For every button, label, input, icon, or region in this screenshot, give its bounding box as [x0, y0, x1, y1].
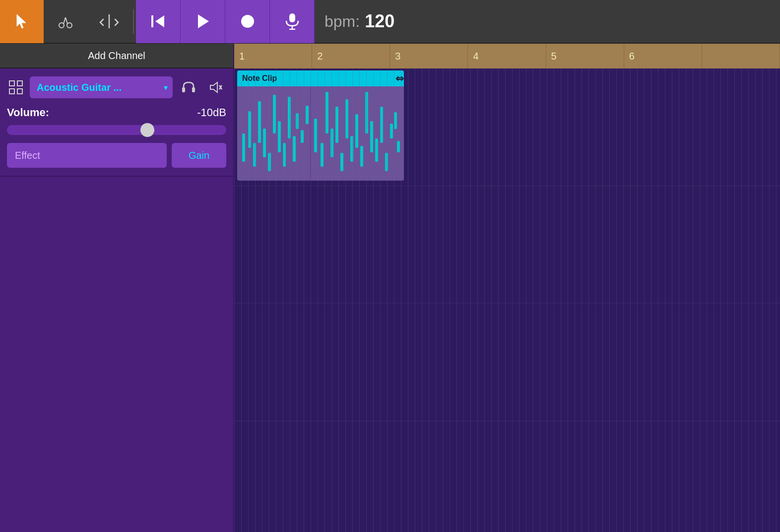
- beat-stripe: [776, 68, 777, 532]
- beat-stripe: [484, 68, 485, 532]
- beat-stripe: [311, 68, 311, 532]
- beat-stripe: [470, 68, 471, 532]
- svg-rect-14: [9, 89, 14, 94]
- effect-button[interactable]: Effect: [7, 143, 167, 168]
- volume-label: Volume:: [7, 106, 49, 119]
- note-bar: [330, 129, 333, 157]
- beat-stripe: [568, 68, 568, 532]
- mic-button[interactable]: [270, 0, 315, 43]
- note-bar: [278, 121, 281, 152]
- svg-rect-15: [17, 89, 22, 94]
- slider-thumb[interactable]: [140, 123, 154, 137]
- svg-line-2: [64, 17, 65, 24]
- beat-stripe: [700, 68, 700, 532]
- rewind-button[interactable]: [136, 0, 181, 43]
- tracks-area[interactable]: // Will be rendered via JS below Note Cl…: [234, 68, 780, 532]
- volume-slider[interactable]: [7, 125, 226, 135]
- beat-stripe: [734, 68, 735, 532]
- svg-marker-18: [210, 82, 217, 92]
- cursor-tool-button[interactable]: [0, 0, 44, 43]
- effect-row: Effect Gain: [7, 143, 226, 168]
- clip-resize-handle[interactable]: ⇔: [395, 70, 404, 86]
- bpm-value: 120: [365, 11, 394, 32]
- volume-value: -10dB: [197, 106, 226, 119]
- beat-stripe: [595, 68, 596, 532]
- note-bar: [375, 138, 378, 162]
- headphone-button[interactable]: [178, 76, 199, 98]
- beat-stripe: [540, 68, 540, 532]
- svg-rect-17: [192, 87, 195, 92]
- beat-stripe: [651, 68, 651, 532]
- beat-stripe: [325, 68, 325, 532]
- beat-stripe: [352, 68, 353, 532]
- scissors-tool-button[interactable]: [44, 0, 87, 43]
- svg-line-3: [65, 17, 67, 24]
- svg-rect-16: [182, 87, 185, 92]
- svg-point-8: [241, 15, 254, 28]
- record-button[interactable]: [225, 0, 270, 43]
- beat-stripe: [720, 68, 721, 532]
- beat-stripe: [602, 68, 603, 532]
- note-bar: [365, 92, 368, 133]
- beat-stripe: [582, 68, 582, 532]
- note-bar: [397, 141, 400, 152]
- svg-marker-6: [155, 15, 164, 27]
- beat-stripe: [575, 68, 575, 532]
- beat-stripe: [609, 68, 610, 532]
- ruler-mark-2: 2: [312, 44, 390, 68]
- beat-stripe: [387, 68, 388, 532]
- beat-stripe: [415, 68, 415, 532]
- beat-stripe: [408, 68, 408, 532]
- slider-fill: [7, 125, 156, 135]
- beat-stripe: [526, 68, 526, 532]
- beat-stripe: [269, 68, 269, 532]
- beat-stripe: [262, 68, 262, 532]
- channel-name-select[interactable]: Acoustic Guitar ...: [30, 76, 173, 98]
- channel-name-wrapper[interactable]: Acoustic Guitar ...: [30, 76, 173, 98]
- play-button[interactable]: [181, 0, 225, 43]
- beat-stripe: [512, 68, 513, 532]
- note-bar: [360, 146, 363, 167]
- beat-stripe: [505, 68, 506, 532]
- ruler-mark-end: [702, 44, 780, 68]
- beat-stripe: [255, 68, 256, 532]
- note-bar: [263, 129, 266, 157]
- add-channel-button[interactable]: Add Channel: [0, 44, 233, 68]
- split-tool-button[interactable]: [87, 0, 131, 43]
- beat-stripe: [755, 68, 756, 532]
- ruler-mark-1: 1: [234, 44, 312, 68]
- beat-stripe: [644, 68, 645, 532]
- gain-label: Gain: [189, 150, 209, 161]
- note-bar: [268, 153, 271, 171]
- note-bar: [325, 92, 328, 133]
- svg-rect-12: [9, 81, 14, 86]
- beat-stripe: [630, 68, 631, 532]
- toolbar: bpm: 120: [0, 0, 780, 44]
- beat-stripe: [394, 68, 394, 532]
- beat-stripe: [693, 68, 693, 532]
- beat-stripe: [588, 68, 589, 532]
- beat-stripe: [477, 68, 478, 532]
- beat-stripe: [686, 68, 686, 532]
- note-bar: [293, 136, 296, 162]
- beat-stripe: [422, 68, 422, 532]
- beat-stripe: [276, 68, 276, 532]
- note-bar: [321, 143, 324, 166]
- svg-rect-13: [17, 81, 22, 86]
- note-bar: [385, 153, 388, 171]
- beat-stripe: [533, 68, 533, 532]
- beat-stripe: [623, 68, 624, 532]
- beat-stripe: [248, 68, 249, 532]
- ruler-mark-5: 5: [546, 44, 624, 68]
- gain-button[interactable]: Gain: [172, 143, 226, 168]
- bpm-display: bpm: 120: [325, 11, 394, 32]
- beat-stripe: [561, 68, 561, 532]
- beat-stripe: [283, 68, 283, 532]
- note-bar: [340, 153, 343, 171]
- left-panel: Add Channel Acoustic Guitar ...: [0, 44, 234, 532]
- beat-stripe: [741, 68, 742, 532]
- ruler-mark-4: 4: [468, 44, 546, 68]
- mute-button[interactable]: [204, 76, 226, 98]
- beat-stripe: [380, 68, 381, 532]
- main-layout: Add Channel Acoustic Guitar ...: [0, 44, 780, 532]
